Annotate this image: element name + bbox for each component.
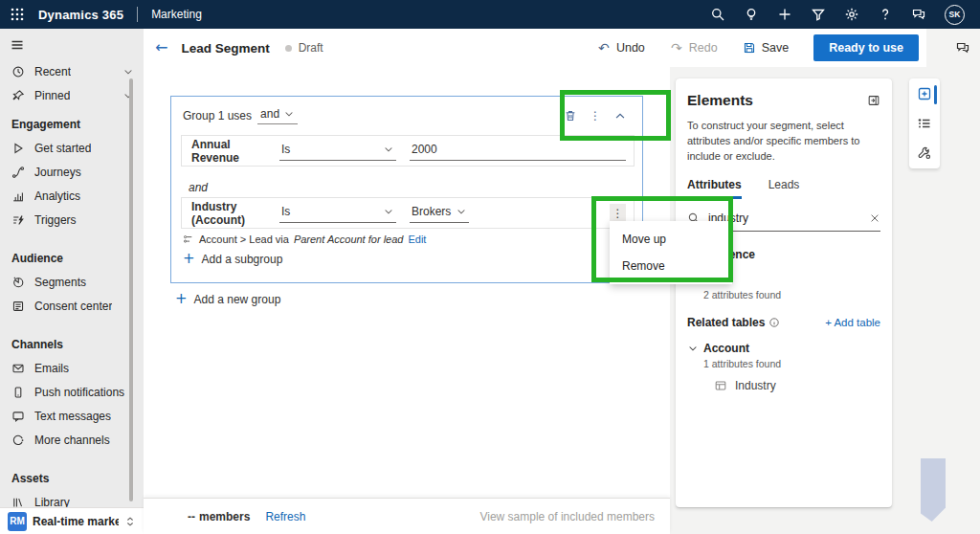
search-icon[interactable] bbox=[710, 7, 725, 22]
filter-icon[interactable] bbox=[811, 7, 826, 22]
settings-gear-icon[interactable] bbox=[844, 7, 859, 22]
more-channels-icon bbox=[11, 434, 25, 447]
row-more-options-button[interactable]: ⋮ bbox=[610, 204, 626, 222]
menu-item-remove[interactable]: Remove bbox=[610, 253, 732, 279]
mail-icon bbox=[11, 362, 25, 375]
undo-icon: ↶ bbox=[597, 41, 611, 55]
app-launcher-icon[interactable] bbox=[10, 7, 25, 22]
sidebar-item-more-channels[interactable]: More channels bbox=[0, 428, 144, 452]
plus-icon[interactable] bbox=[777, 7, 792, 22]
lightbulb-icon[interactable] bbox=[744, 7, 759, 22]
back-button[interactable]: ← bbox=[155, 40, 167, 56]
sidebar-heading-audience: Audience bbox=[0, 247, 144, 270]
help-icon[interactable] bbox=[878, 7, 893, 22]
account-table-row[interactable]: Account bbox=[687, 342, 880, 355]
add-new-group-button[interactable]: + Add a new group bbox=[175, 292, 280, 306]
redo-button[interactable]: ↷ Redo bbox=[670, 41, 718, 55]
page-title: Lead Segment bbox=[181, 41, 269, 56]
condition-attribute: Industry (Account) bbox=[191, 200, 279, 227]
members-status-bar: -- members Refresh View sample of includ… bbox=[144, 498, 670, 534]
topbar-divider bbox=[137, 7, 138, 22]
info-icon bbox=[768, 317, 780, 328]
consent-document-icon bbox=[11, 300, 25, 313]
area-label: Real-time marketi... bbox=[33, 515, 119, 528]
attribute-item-industry[interactable]: Industry bbox=[714, 379, 880, 392]
relationship-path: Account > Lead via Parent Account for le… bbox=[183, 234, 426, 245]
brand-title[interactable]: Dynamics 365 bbox=[38, 8, 123, 22]
feedback-chat-icon[interactable] bbox=[955, 40, 970, 56]
group-operator-dropdown[interactable]: and bbox=[257, 106, 298, 124]
collapse-group-chevron-up-icon[interactable] bbox=[613, 109, 627, 122]
chevron-down-icon bbox=[283, 108, 295, 120]
operator-dropdown[interactable]: Is bbox=[279, 203, 396, 223]
sidebar-heading-engagement: Engagement bbox=[0, 113, 144, 136]
operator-dropdown[interactable]: Is bbox=[279, 141, 396, 161]
panel-tabs: Attributes Leads bbox=[687, 178, 880, 199]
app-name[interactable]: Marketing bbox=[151, 8, 202, 21]
play-icon bbox=[11, 142, 25, 155]
bar-chart-icon bbox=[11, 189, 25, 203]
refresh-link[interactable]: Refresh bbox=[265, 510, 305, 523]
panel-description: To construct your segment, select attrib… bbox=[687, 119, 880, 165]
edit-relationship-link[interactable]: Edit bbox=[408, 234, 426, 245]
menu-item-move-up[interactable]: Move up bbox=[610, 226, 732, 253]
join-operator: and bbox=[189, 181, 208, 194]
chevron-down-icon bbox=[687, 343, 699, 354]
add-elements-panel-icon[interactable] bbox=[917, 86, 932, 101]
status-dot bbox=[285, 45, 292, 52]
sidebar-item-consent-center[interactable]: Consent center bbox=[0, 294, 144, 318]
clear-search-x-icon[interactable] bbox=[869, 212, 880, 224]
value-dropdown[interactable]: Brokers bbox=[410, 203, 469, 223]
undo-button[interactable]: ↶ Undo bbox=[597, 41, 645, 55]
tab-leads[interactable]: Leads bbox=[768, 178, 800, 199]
view-sample-link[interactable]: View sample of included members bbox=[479, 510, 655, 523]
segments-icon bbox=[11, 276, 25, 289]
sidebar-item-journeys[interactable]: Journeys bbox=[0, 160, 144, 184]
ready-to-use-button[interactable]: Ready to use bbox=[813, 34, 919, 61]
sidebar-item-triggers[interactable]: Triggers bbox=[0, 208, 144, 232]
members-label: members bbox=[199, 510, 250, 523]
journeys-icon bbox=[11, 166, 25, 179]
panel-title: Elements bbox=[687, 92, 753, 109]
save-icon bbox=[743, 41, 756, 55]
sidebar-item-get-started[interactable]: Get started bbox=[0, 136, 144, 160]
redo-icon: ↷ bbox=[670, 41, 683, 55]
query-group-1: Group 1 uses and ⋮ Annual Revenue Is 200 bbox=[170, 96, 643, 283]
area-switcher[interactable]: RM Real-time marketi... bbox=[0, 507, 144, 534]
chevron-down-icon bbox=[383, 144, 394, 155]
sidebar-item-pinned[interactable]: Pinned bbox=[0, 83, 144, 107]
tools-wrench-icon[interactable] bbox=[917, 145, 932, 161]
collapse-nav-button[interactable] bbox=[0, 29, 144, 59]
sidebar-heading-channels: Channels bbox=[0, 333, 144, 356]
sidebar-item-analytics[interactable]: Analytics bbox=[0, 184, 144, 208]
chevron-down-icon[interactable] bbox=[122, 66, 134, 78]
value-input[interactable]: 2000 bbox=[410, 141, 626, 161]
table-icon bbox=[714, 379, 727, 392]
sidebar-item-recent[interactable]: Recent bbox=[0, 59, 144, 83]
save-button[interactable]: Save bbox=[743, 41, 790, 55]
sidebar-item-segments[interactable]: Segments bbox=[0, 270, 144, 294]
collapse-panel-icon[interactable] bbox=[867, 94, 880, 107]
sidebar-item-emails[interactable]: Emails bbox=[0, 356, 144, 380]
decorative-ribbon bbox=[921, 458, 946, 522]
sidebar-scrollbar[interactable] bbox=[129, 78, 133, 501]
delete-group-trash-icon[interactable] bbox=[564, 109, 577, 122]
group-more-options-icon[interactable]: ⋮ bbox=[590, 109, 601, 122]
add-subgroup-button[interactable]: + Add a subgroup bbox=[183, 252, 282, 266]
selected-rail-indicator bbox=[934, 85, 937, 104]
switch-area-chevrons-icon bbox=[124, 516, 136, 527]
sidebar-item-push-notifications[interactable]: Push notifications bbox=[0, 380, 144, 404]
lead-attributes-count: 2 attributes found bbox=[703, 289, 880, 300]
relationship-icon bbox=[183, 234, 194, 245]
add-table-link[interactable]: + Add table bbox=[825, 317, 880, 328]
properties-list-icon[interactable] bbox=[917, 116, 932, 131]
teams-chat-icon[interactable] bbox=[911, 7, 926, 22]
status-badge: Draft bbox=[299, 41, 323, 55]
condition-attribute: Annual Revenue bbox=[191, 138, 279, 165]
user-avatar[interactable]: SK bbox=[945, 5, 965, 25]
group-label: Group 1 uses bbox=[183, 109, 252, 122]
app-window: Dynamics 365 Marketing SK Recent Pinned bbox=[0, 0, 980, 534]
sidebar-item-text-messages[interactable]: Text messages bbox=[0, 404, 144, 428]
tab-attributes[interactable]: Attributes bbox=[687, 178, 742, 199]
mobile-phone-icon bbox=[11, 386, 25, 399]
